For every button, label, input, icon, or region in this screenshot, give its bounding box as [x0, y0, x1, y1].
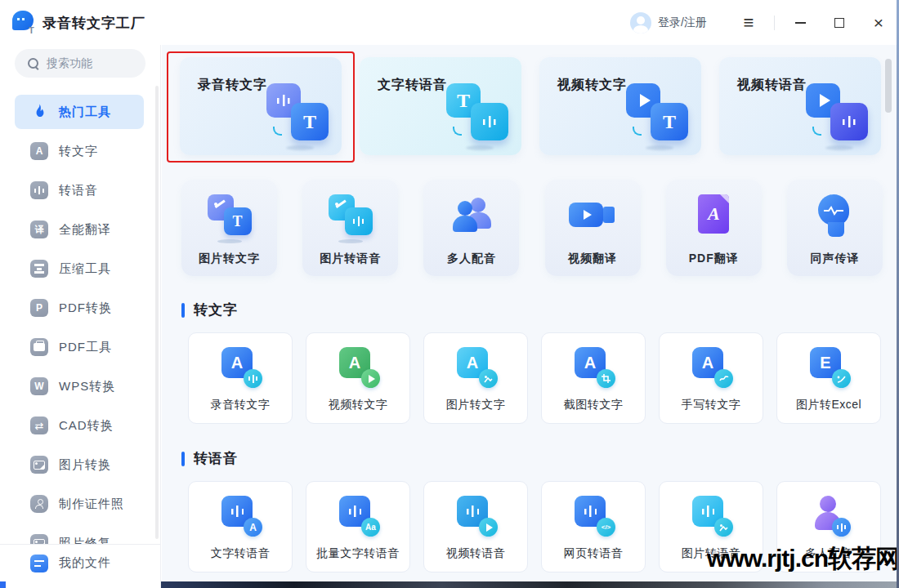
sidebar-item-image-convert[interactable]: 图片转换: [15, 448, 144, 482]
handwriting-to-text-icon: A: [689, 347, 733, 390]
screenshot-to-text-icon: A: [571, 347, 615, 390]
main-menu-button[interactable]: ≡: [735, 9, 763, 37]
tool-batch-text-to-speech[interactable]: Aa 批量文字转语音: [306, 481, 410, 572]
sidebar-scrollbar[interactable]: [155, 86, 159, 539]
to-speech-icon: [30, 181, 48, 199]
section-to-text-header: 转文字: [181, 301, 238, 319]
tool-label: 批量文字转语音: [306, 546, 409, 561]
video-to-speech-icon: [806, 80, 868, 147]
tool-label: 视频转语音: [424, 546, 527, 561]
pdf-convert-icon: P: [30, 299, 48, 317]
sidebar-item-label: 压缩工具: [59, 261, 111, 277]
tool-image-to-excel[interactable]: E 图片转Excel: [776, 332, 881, 424]
tool-screenshot-to-text[interactable]: A 截图转文字: [541, 332, 646, 424]
card-label: 视频翻译: [545, 252, 641, 266]
title-bar: T 录音转文字工厂 登录/注册 ≡ ×: [0, 0, 899, 45]
card-label: 图片转文字: [181, 252, 277, 266]
tool-label: 录音转文字: [189, 398, 292, 412]
sidebar-item-compress-tools[interactable]: 压缩工具: [15, 252, 144, 286]
sidebar-item-label: 热门工具: [59, 105, 111, 120]
card-image-to-text[interactable]: T 图片转文字: [181, 180, 277, 276]
tool-label: 图片转Excel: [777, 398, 880, 412]
featured-cards-row: 录音转文字 T 文字转语音 T 视频转文字 T: [180, 57, 881, 155]
briefcase-icon: [30, 338, 48, 356]
maximize-button[interactable]: [825, 9, 853, 37]
tool-webpage-to-speech[interactable]: </> 网页转语音: [541, 481, 646, 572]
watermark-text: www.rjtj.cn软荐网: [707, 542, 899, 576]
image-to-text-icon: A: [454, 347, 498, 390]
tool-handwriting-to-text[interactable]: A 手写转文字: [659, 332, 763, 424]
section-title: 转语音: [194, 449, 238, 468]
main-scrollbar-thumb[interactable]: [885, 59, 892, 113]
sidebar-item-label: 我的文件: [59, 555, 111, 571]
card-title: 文字转语音: [378, 77, 447, 94]
login-register-button[interactable]: 登录/注册: [630, 12, 707, 33]
section-title: 转文字: [194, 301, 238, 319]
tool-label: 网页转语音: [542, 546, 645, 561]
video-camera-icon: [567, 193, 618, 240]
tool-label: 文字转语音: [189, 546, 292, 561]
card-video-translate[interactable]: 视频翻译: [545, 180, 641, 276]
sidebar-item-label: 转文字: [59, 144, 98, 159]
section-accent-bar: [181, 303, 185, 318]
card-image-to-speech[interactable]: 图片转语音: [302, 180, 398, 276]
card-label: PDF翻译: [666, 252, 762, 266]
sidebar-item-wps-convert[interactable]: W WPS转换: [15, 369, 144, 403]
search-icon: [28, 58, 38, 69]
tool-audio-to-text[interactable]: A 录音转文字: [188, 332, 293, 424]
sidebar-item-to-text[interactable]: A 转文字: [15, 134, 144, 168]
card-text-to-speech[interactable]: 文字转语音 T: [360, 57, 521, 155]
sidebar-item-hot-tools[interactable]: 热门工具: [15, 95, 144, 129]
to-text-icon: A: [30, 142, 48, 160]
image-to-text-icon: T: [204, 193, 255, 240]
minimize-button[interactable]: [786, 9, 814, 37]
card-pdf-translate[interactable]: A PDF翻译: [666, 180, 762, 276]
head-pulse-icon: [809, 193, 860, 240]
sidebar-item-my-files[interactable]: 我的文件: [0, 544, 160, 581]
login-register-label: 登录/注册: [658, 16, 707, 30]
section-accent-bar: [181, 452, 185, 466]
id-photo-icon: [30, 495, 48, 513]
card-multi-voice-dubbing[interactable]: 多人配音: [423, 180, 519, 276]
close-button[interactable]: ×: [865, 9, 892, 37]
sidebar-item-id-photo[interactable]: 制作证件照: [15, 487, 144, 521]
tool-video-to-speech[interactable]: 视频转语音: [423, 481, 528, 572]
card-label: 图片转语音: [302, 252, 398, 266]
sidebar-item-cad-convert[interactable]: ⇄ CAD转换: [15, 408, 144, 443]
sidebar-item-pdf-tools[interactable]: PDF工具: [15, 330, 144, 364]
text-to-speech-icon: A: [218, 496, 262, 538]
card-title: 视频转文字: [557, 77, 627, 94]
card-video-to-text[interactable]: 视频转文字 T: [539, 57, 701, 155]
text-to-speech-icon: T: [446, 80, 508, 147]
tool-image-to-text[interactable]: A 图片转文字: [423, 332, 528, 424]
search-input[interactable]: 搜索功能: [15, 49, 145, 78]
card-audio-to-text[interactable]: 录音转文字 T: [180, 57, 342, 155]
sidebar-item-to-speech[interactable]: 转语音: [15, 173, 144, 207]
tool-label: 视频转文字: [306, 398, 409, 412]
multi-person-icon: [807, 496, 851, 538]
sidebar-item-label: 图片转换: [59, 457, 111, 473]
sidebar-menu: 热门工具 A 转文字 转语音 译 全能翻译 压缩工具 P PDF转换 PDF工具…: [0, 90, 161, 588]
compress-icon: [30, 260, 48, 278]
multi-person-icon: [446, 193, 497, 240]
sidebar-item-label: 制作证件照: [59, 497, 124, 512]
logo-dots: [17, 18, 27, 20]
wps-icon: W: [30, 377, 48, 395]
app-logo-icon: T: [12, 11, 35, 33]
user-avatar-icon: [630, 12, 651, 33]
tool-video-to-text[interactable]: A 视频转文字: [306, 332, 410, 424]
sidebar-item-pdf-convert[interactable]: P PDF转换: [15, 291, 144, 325]
sidebar-item-translate[interactable]: 译 全能翻译: [15, 212, 144, 247]
card-simultaneous-interpretation[interactable]: 同声传译: [787, 180, 883, 276]
card-video-to-speech[interactable]: 视频转语音: [719, 57, 881, 155]
hamburger-menu-icon: ≡: [744, 14, 754, 32]
logo-t-glyph: T: [29, 25, 37, 34]
titlebar-divider: [774, 16, 775, 30]
sidebar-item-label: PDF转换: [59, 301, 112, 316]
sidebar-item-label: 转语音: [59, 183, 98, 198]
image-to-excel-icon: E: [807, 347, 851, 390]
tool-text-to-speech[interactable]: A 文字转语音: [188, 481, 293, 572]
maximize-icon: [834, 18, 844, 28]
my-files-icon: [30, 555, 48, 572]
section-to-speech-header: 转语音: [181, 449, 238, 468]
